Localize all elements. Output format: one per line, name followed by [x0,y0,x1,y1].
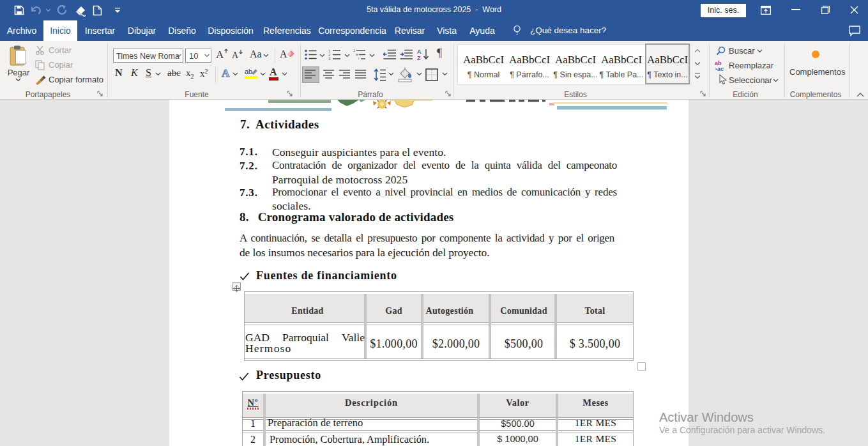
svg-text:Z: Z [417,55,421,61]
svg-text:i: i [358,56,359,60]
svg-text:A: A [417,49,422,55]
svg-text:3: 3 [328,57,331,61]
svg-text:ac: ac [717,66,724,72]
svg-text:1: 1 [353,49,355,52]
svg-text:ab: ab [245,68,252,75]
